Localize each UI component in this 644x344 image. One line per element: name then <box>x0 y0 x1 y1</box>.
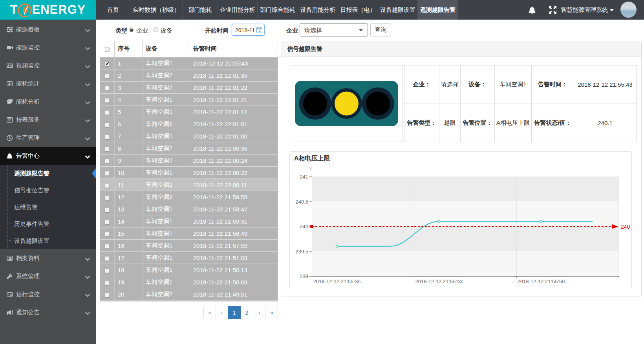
svg-text:239: 239 <box>300 273 308 279</box>
svg-text:240: 240 <box>621 224 630 230</box>
svg-text:239.5: 239.5 <box>295 249 308 255</box>
svg-text:V: V <box>309 166 313 171</box>
svg-text:241: 241 <box>300 174 308 180</box>
svg-text:2018-12-12 21:55:43: 2018-12-12 21:55:43 <box>415 278 463 284</box>
svg-text:2018-12-12 21:55:50: 2018-12-12 21:55:50 <box>518 278 565 284</box>
svg-text:240.5: 240.5 <box>295 199 308 205</box>
svg-text:2018-12-12 21:55:35: 2018-12-12 21:55:35 <box>313 278 361 284</box>
svg-text:240: 240 <box>300 224 308 229</box>
